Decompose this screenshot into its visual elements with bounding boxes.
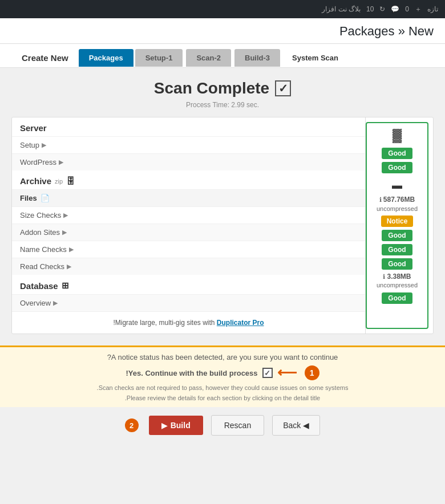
- badge-overview: Good: [382, 292, 412, 304]
- play-icon: ▶: [161, 421, 167, 430]
- tab-create-new[interactable]: Create New: [11, 48, 79, 67]
- topbar-comment-icon: 💬: [391, 5, 399, 13]
- back-label: Back: [283, 421, 301, 430]
- topbar-count2: 10: [366, 5, 374, 13]
- tab-packages[interactable]: Packages: [79, 49, 134, 67]
- scan-left: Server Setup ▶ WordPress ▶ Archive: [12, 117, 366, 334]
- tab-system-scan: System Scan: [282, 49, 349, 67]
- overview-label: Overview ▶: [20, 299, 357, 307]
- server-setup-label: Setup ▶: [20, 141, 357, 149]
- arrow-icon: ▶: [69, 246, 74, 253]
- continue-text: !Yes. Continue with the build process: [126, 369, 257, 377]
- top-bar: بلاگ نت افزار 10 ↻ 💬 0 ＋ تازه: [0, 0, 445, 18]
- name-checks-row[interactable]: Name Checks ▶: [12, 241, 365, 258]
- build-label: Build: [171, 421, 191, 430]
- scan-note-1: .Scan checks are not required to pass, h…: [11, 384, 434, 391]
- archive-title: Archive: [20, 176, 51, 186]
- build-button[interactable]: ▶ Build: [149, 416, 203, 435]
- topbar-refresh-icon: ↻: [379, 5, 385, 13]
- tab-setup1[interactable]: Setup-1: [135, 49, 183, 67]
- addon-sites-label: Addon Sites ▶: [20, 228, 357, 237]
- page-header: Packages » New: [0, 18, 445, 44]
- action-buttons: 2 ▶ Build Rescan Back ◀: [0, 407, 445, 447]
- files-icon: 📄: [41, 194, 50, 202]
- tab-build3[interactable]: Build-3: [234, 49, 280, 67]
- arrow-icon: ▶: [62, 229, 67, 236]
- arrow-icon: ▶: [67, 263, 71, 270]
- continue-line: !Yes. Continue with the build process ✓ …: [11, 365, 434, 381]
- server-section-header: Server: [12, 117, 365, 136]
- server-setup-row[interactable]: Setup ▶: [12, 136, 365, 153]
- wizard-tabs: Create New Packages Setup-1 Scan-2 Build…: [0, 44, 445, 68]
- files-label: Files: [20, 194, 37, 202]
- build-number-badge: 2: [125, 418, 139, 432]
- scan-right-panel: ▓ Good Good ▬ ℹ 587.76MB uncompressed No…: [366, 122, 428, 329]
- database-icon: ⊞: [62, 281, 69, 291]
- archive-section-header: Archive zip 🗄: [12, 170, 365, 189]
- addon-sites-row[interactable]: Addon Sites ▶: [12, 223, 365, 241]
- overview-row[interactable]: Overview ▶: [12, 294, 365, 311]
- chip-icon: ▓: [393, 128, 402, 143]
- server-wordpress-row[interactable]: WordPress ▶: [12, 153, 365, 170]
- arrow-icon: ▶: [63, 212, 68, 219]
- duplicator-pro-link[interactable]: Duplicator Pro: [217, 319, 264, 327]
- notice-bar: ?A notice status has been detected, are …: [0, 346, 445, 407]
- badge-wordpress: Good: [382, 162, 412, 173]
- read-checks-row[interactable]: Read Checks ▶: [12, 258, 365, 275]
- size-db-info: ℹ 3.38MB uncompressed: [377, 273, 418, 290]
- arrow-left-indicator: ⟵: [277, 365, 297, 381]
- archive-icon: 🗄: [66, 176, 75, 186]
- name-checks-label: Name Checks ▶: [20, 245, 357, 254]
- badge-name-checks: Good: [382, 244, 412, 255]
- read-checks-label: Read Checks ▶: [20, 262, 357, 271]
- badge-size-checks: Notice: [381, 216, 414, 227]
- arrow-badge-1: 1: [305, 365, 319, 380]
- db-info-icon: ℹ: [383, 273, 385, 280]
- continue-checkbox[interactable]: ✓: [262, 368, 273, 378]
- scan-card: Server Setup ▶ WordPress ▶ Archive: [11, 117, 434, 334]
- size-checks-row[interactable]: Size Checks ▶: [12, 206, 365, 223]
- size-files-info: ℹ 587.76MB uncompressed: [377, 196, 418, 213]
- tab-scan2[interactable]: Scan-2: [186, 49, 231, 67]
- scan-complete-title: Scan Complete: [154, 79, 269, 97]
- scan-note-2: .Please review the details for each sect…: [11, 395, 434, 401]
- topbar-site-name: بلاگ نت افزار: [322, 5, 361, 13]
- arrow-icon: ▶: [53, 299, 58, 307]
- back-arrow-icon: ◀: [303, 421, 309, 430]
- back-button[interactable]: Back ◀: [272, 415, 320, 436]
- badge-read-checks: Good: [382, 258, 412, 270]
- scan-layout: Server Setup ▶ WordPress ▶ Archive: [12, 117, 433, 334]
- server-title: Server: [20, 123, 47, 133]
- main-content: Scan Complete ✓ .Process Time: 2.99 sec …: [0, 68, 445, 346]
- disk-icon: ▬: [392, 180, 402, 192]
- notice-question: ?A notice status has been detected, are …: [11, 353, 434, 361]
- migrate-note: !Migrate large, multi-gig sites with Dup…: [12, 311, 365, 334]
- process-time: .Process Time: 2.99 sec: [11, 101, 434, 109]
- database-section-header: Database ⊞: [12, 275, 365, 294]
- size-checks-label: Size Checks ▶: [20, 211, 357, 220]
- info-icon: ℹ: [379, 196, 382, 203]
- topbar-new-label: تازه: [427, 5, 438, 13]
- badge-setup: Good: [382, 148, 412, 159]
- topbar-count: 0: [405, 5, 409, 13]
- arrow-icon: ▶: [59, 158, 63, 166]
- badge-addon-sites: Good: [382, 230, 412, 241]
- archive-subtitle: zip: [55, 178, 63, 185]
- arrow-icon: ▶: [42, 141, 46, 149]
- scan-complete-checkbox: ✓: [275, 80, 291, 96]
- database-title: Database: [20, 281, 58, 291]
- page-title: Packages » New: [11, 24, 434, 39]
- files-header-row[interactable]: Files 📄: [12, 189, 365, 206]
- migrate-text: !Migrate large, multi-gig sites with: [113, 319, 216, 327]
- server-wordpress-label: WordPress ▶: [20, 158, 357, 166]
- topbar-plus-icon: ＋: [415, 5, 422, 14]
- rescan-button[interactable]: Rescan: [211, 415, 264, 436]
- scan-complete-header: Scan Complete ✓: [11, 79, 434, 97]
